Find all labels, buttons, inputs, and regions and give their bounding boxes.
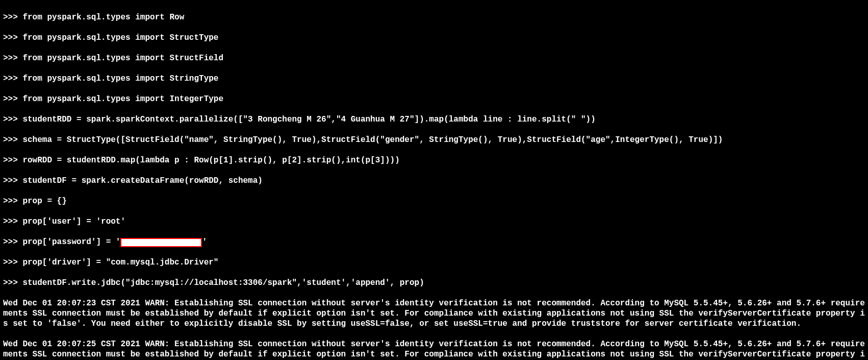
repl-prompt: >>> bbox=[3, 278, 22, 287]
repl-line-password: >>> prop['password'] = '' bbox=[3, 237, 865, 247]
repl-prompt: >>> bbox=[3, 115, 22, 124]
repl-prompt: >>> bbox=[3, 156, 22, 165]
repl-line: >>> from pyspark.sql.types import Struct… bbox=[3, 53, 865, 63]
code-text: from pyspark.sql.types import IntegerTyp… bbox=[22, 94, 223, 104]
repl-line: >>> from pyspark.sql.types import Intege… bbox=[3, 94, 865, 104]
code-text: from pyspark.sql.types import Row bbox=[22, 13, 184, 22]
repl-line: >>> prop = {} bbox=[3, 196, 865, 206]
repl-prompt: >>> bbox=[3, 33, 22, 42]
code-text: prop['user'] = 'root' bbox=[22, 217, 125, 226]
code-text: from pyspark.sql.types import StructFiel… bbox=[22, 54, 223, 63]
code-text: studentDF.write.jdbc("jdbc:mysql://local… bbox=[22, 278, 424, 287]
repl-prompt: >>> bbox=[3, 74, 22, 83]
repl-line: >>> studentDF.write.jdbc("jdbc:mysql://l… bbox=[3, 278, 865, 288]
code-text: prop['password'] = ' bbox=[22, 237, 120, 247]
repl-prompt: >>> bbox=[3, 237, 22, 247]
repl-prompt: >>> bbox=[3, 135, 22, 145]
repl-line: >>> prop['driver'] = "com.mysql.jdbc.Dri… bbox=[3, 257, 865, 268]
terminal-output[interactable]: >>> from pyspark.sql.types import Row >>… bbox=[0, 0, 868, 360]
repl-line: >>> rowRDD = studentRDD.map(lambda p : R… bbox=[3, 155, 865, 165]
repl-line: >>> from pyspark.sql.types import Row bbox=[3, 12, 865, 22]
repl-prompt: >>> bbox=[3, 54, 22, 63]
code-text: studentRDD = spark.sparkContext.parallel… bbox=[22, 115, 595, 124]
code-text: from pyspark.sql.types import StructType bbox=[22, 33, 218, 42]
code-text: schema = StructType([StructField("name",… bbox=[22, 135, 723, 145]
repl-prompt: >>> bbox=[3, 217, 22, 226]
repl-line: >>> prop['user'] = 'root' bbox=[3, 217, 865, 227]
repl-line: >>> studentRDD = spark.sparkContext.para… bbox=[3, 114, 865, 125]
repl-line: >>> from pyspark.sql.types import Struct… bbox=[3, 33, 865, 43]
repl-prompt: >>> bbox=[3, 258, 22, 267]
code-text: ' bbox=[202, 237, 207, 247]
repl-line: >>> from pyspark.sql.types import String… bbox=[3, 74, 865, 84]
code-text: rowRDD = studentRDD.map(lambda p : Row(p… bbox=[22, 156, 399, 165]
code-text: prop['driver'] = "com.mysql.jdbc.Driver" bbox=[22, 258, 218, 267]
repl-line: >>> studentDF = spark.createDataFrame(ro… bbox=[3, 176, 865, 186]
code-text: prop = {} bbox=[22, 197, 66, 206]
repl-prompt: >>> bbox=[3, 94, 22, 104]
repl-prompt: >>> bbox=[3, 176, 22, 185]
warning-line: Wed Dec 01 20:07:23 CST 2021 WARN: Estab… bbox=[3, 298, 865, 329]
repl-prompt: >>> bbox=[3, 197, 22, 206]
repl-prompt: >>> bbox=[3, 13, 22, 22]
code-text: from pyspark.sql.types import StringType bbox=[22, 74, 218, 83]
redacted-password bbox=[120, 238, 202, 247]
repl-line: >>> schema = StructType([StructField("na… bbox=[3, 135, 865, 145]
code-text: studentDF = spark.createDataFrame(rowRDD… bbox=[22, 176, 262, 185]
warning-line: Wed Dec 01 20:07:25 CST 2021 WARN: Estab… bbox=[3, 339, 865, 360]
